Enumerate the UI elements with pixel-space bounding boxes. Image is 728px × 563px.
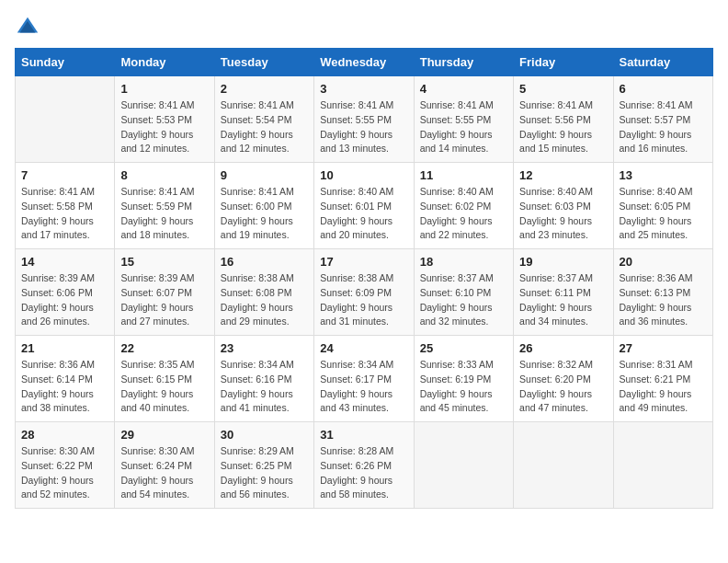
calendar-table: SundayMondayTuesdayWednesdayThursdayFrid… bbox=[15, 48, 713, 509]
calendar-cell bbox=[613, 422, 712, 509]
day-number: 15 bbox=[120, 255, 208, 269]
page-header bbox=[15, 15, 713, 40]
calendar-cell: 20 Sunrise: 8:36 AMSunset: 6:13 PMDaylig… bbox=[613, 249, 712, 336]
calendar-week-2: 7 Sunrise: 8:41 AMSunset: 5:58 PMDayligh… bbox=[16, 163, 713, 249]
day-number: 30 bbox=[221, 428, 308, 442]
weekday-wednesday: Wednesday bbox=[314, 49, 414, 76]
day-info: Sunrise: 8:41 AMSunset: 5:53 PMDaylight:… bbox=[120, 98, 208, 156]
calendar-cell: 7 Sunrise: 8:41 AMSunset: 5:58 PMDayligh… bbox=[16, 163, 115, 249]
day-info: Sunrise: 8:40 AMSunset: 6:02 PMDaylight:… bbox=[420, 185, 507, 243]
calendar-cell bbox=[414, 422, 513, 509]
day-number: 21 bbox=[21, 341, 108, 355]
day-info: Sunrise: 8:41 AMSunset: 5:59 PMDaylight:… bbox=[120, 185, 208, 243]
calendar-cell: 19 Sunrise: 8:37 AMSunset: 6:11 PMDaylig… bbox=[514, 249, 613, 336]
calendar-cell: 24 Sunrise: 8:34 AMSunset: 6:17 PMDaylig… bbox=[314, 336, 414, 422]
day-info: Sunrise: 8:37 AMSunset: 6:11 PMDaylight:… bbox=[519, 271, 607, 329]
day-number: 25 bbox=[420, 341, 507, 355]
calendar-cell: 1 Sunrise: 8:41 AMSunset: 5:53 PMDayligh… bbox=[115, 76, 214, 163]
weekday-saturday: Saturday bbox=[613, 49, 712, 76]
day-info: Sunrise: 8:30 AMSunset: 6:24 PMDaylight:… bbox=[120, 444, 208, 502]
calendar-cell: 4 Sunrise: 8:41 AMSunset: 5:55 PMDayligh… bbox=[414, 76, 513, 163]
day-number: 29 bbox=[120, 428, 208, 442]
day-number: 12 bbox=[519, 168, 607, 182]
day-info: Sunrise: 8:41 AMSunset: 5:55 PMDaylight:… bbox=[320, 98, 407, 156]
calendar-cell: 15 Sunrise: 8:39 AMSunset: 6:07 PMDaylig… bbox=[115, 249, 214, 336]
day-info: Sunrise: 8:36 AMSunset: 6:14 PMDaylight:… bbox=[21, 358, 108, 416]
calendar-cell: 23 Sunrise: 8:34 AMSunset: 6:16 PMDaylig… bbox=[214, 336, 313, 422]
day-info: Sunrise: 8:39 AMSunset: 6:06 PMDaylight:… bbox=[21, 271, 108, 329]
day-number: 14 bbox=[21, 255, 108, 269]
calendar-week-3: 14 Sunrise: 8:39 AMSunset: 6:06 PMDaylig… bbox=[16, 249, 713, 336]
weekday-tuesday: Tuesday bbox=[214, 49, 313, 76]
calendar-week-1: 1 Sunrise: 8:41 AMSunset: 5:53 PMDayligh… bbox=[16, 76, 713, 163]
calendar-cell: 17 Sunrise: 8:38 AMSunset: 6:09 PMDaylig… bbox=[314, 249, 414, 336]
day-number: 23 bbox=[221, 341, 308, 355]
calendar-cell: 3 Sunrise: 8:41 AMSunset: 5:55 PMDayligh… bbox=[314, 76, 414, 163]
day-number: 27 bbox=[620, 341, 707, 355]
day-info: Sunrise: 8:41 AMSunset: 5:58 PMDaylight:… bbox=[21, 185, 108, 243]
day-number: 28 bbox=[21, 428, 108, 442]
calendar-cell: 11 Sunrise: 8:40 AMSunset: 6:02 PMDaylig… bbox=[414, 163, 513, 249]
day-number: 7 bbox=[21, 168, 108, 182]
day-number: 11 bbox=[420, 168, 507, 182]
day-number: 1 bbox=[120, 82, 208, 96]
day-number: 17 bbox=[320, 255, 407, 269]
day-number: 16 bbox=[221, 255, 308, 269]
day-info: Sunrise: 8:36 AMSunset: 6:13 PMDaylight:… bbox=[620, 271, 707, 329]
day-info: Sunrise: 8:41 AMSunset: 5:57 PMDaylight:… bbox=[620, 98, 707, 156]
calendar-cell: 12 Sunrise: 8:40 AMSunset: 6:03 PMDaylig… bbox=[514, 163, 613, 249]
weekday-header-row: SundayMondayTuesdayWednesdayThursdayFrid… bbox=[16, 49, 713, 76]
day-info: Sunrise: 8:33 AMSunset: 6:19 PMDaylight:… bbox=[420, 358, 507, 416]
day-number: 31 bbox=[320, 428, 407, 442]
day-info: Sunrise: 8:41 AMSunset: 5:54 PMDaylight:… bbox=[221, 98, 308, 156]
calendar-cell bbox=[514, 422, 613, 509]
calendar-cell: 5 Sunrise: 8:41 AMSunset: 5:56 PMDayligh… bbox=[514, 76, 613, 163]
logo bbox=[15, 15, 44, 40]
day-number: 9 bbox=[221, 168, 308, 182]
day-number: 26 bbox=[519, 341, 607, 355]
weekday-thursday: Thursday bbox=[414, 49, 513, 76]
calendar-cell: 25 Sunrise: 8:33 AMSunset: 6:19 PMDaylig… bbox=[414, 336, 513, 422]
calendar-cell: 2 Sunrise: 8:41 AMSunset: 5:54 PMDayligh… bbox=[214, 76, 313, 163]
day-number: 24 bbox=[320, 341, 407, 355]
calendar-cell: 31 Sunrise: 8:28 AMSunset: 6:26 PMDaylig… bbox=[314, 422, 414, 509]
weekday-friday: Friday bbox=[514, 49, 613, 76]
day-number: 10 bbox=[320, 168, 407, 182]
day-number: 20 bbox=[620, 255, 707, 269]
day-number: 2 bbox=[221, 82, 308, 96]
day-info: Sunrise: 8:37 AMSunset: 6:10 PMDaylight:… bbox=[420, 271, 507, 329]
day-number: 8 bbox=[120, 168, 208, 182]
day-number: 6 bbox=[620, 82, 707, 96]
weekday-monday: Monday bbox=[115, 49, 214, 76]
day-info: Sunrise: 8:30 AMSunset: 6:22 PMDaylight:… bbox=[21, 444, 108, 502]
day-number: 3 bbox=[320, 82, 407, 96]
calendar-week-5: 28 Sunrise: 8:30 AMSunset: 6:22 PMDaylig… bbox=[16, 422, 713, 509]
calendar-cell: 21 Sunrise: 8:36 AMSunset: 6:14 PMDaylig… bbox=[16, 336, 115, 422]
calendar-cell bbox=[16, 76, 115, 163]
calendar-cell: 16 Sunrise: 8:38 AMSunset: 6:08 PMDaylig… bbox=[214, 249, 313, 336]
day-info: Sunrise: 8:28 AMSunset: 6:26 PMDaylight:… bbox=[320, 444, 407, 502]
day-info: Sunrise: 8:31 AMSunset: 6:21 PMDaylight:… bbox=[620, 358, 707, 416]
day-info: Sunrise: 8:41 AMSunset: 5:56 PMDaylight:… bbox=[519, 98, 607, 156]
day-info: Sunrise: 8:40 AMSunset: 6:01 PMDaylight:… bbox=[320, 185, 407, 243]
day-number: 13 bbox=[620, 168, 707, 182]
calendar-cell: 13 Sunrise: 8:40 AMSunset: 6:05 PMDaylig… bbox=[613, 163, 712, 249]
calendar-cell: 22 Sunrise: 8:35 AMSunset: 6:15 PMDaylig… bbox=[115, 336, 214, 422]
day-number: 22 bbox=[120, 341, 208, 355]
day-info: Sunrise: 8:39 AMSunset: 6:07 PMDaylight:… bbox=[120, 271, 208, 329]
day-info: Sunrise: 8:41 AMSunset: 5:55 PMDaylight:… bbox=[420, 98, 507, 156]
calendar-cell: 18 Sunrise: 8:37 AMSunset: 6:10 PMDaylig… bbox=[414, 249, 513, 336]
calendar-cell: 9 Sunrise: 8:41 AMSunset: 6:00 PMDayligh… bbox=[214, 163, 313, 249]
logo-icon bbox=[15, 15, 40, 40]
calendar-cell: 14 Sunrise: 8:39 AMSunset: 6:06 PMDaylig… bbox=[16, 249, 115, 336]
weekday-sunday: Sunday bbox=[16, 49, 115, 76]
day-info: Sunrise: 8:38 AMSunset: 6:08 PMDaylight:… bbox=[221, 271, 308, 329]
calendar-cell: 26 Sunrise: 8:32 AMSunset: 6:20 PMDaylig… bbox=[514, 336, 613, 422]
day-number: 19 bbox=[519, 255, 607, 269]
calendar-cell: 27 Sunrise: 8:31 AMSunset: 6:21 PMDaylig… bbox=[613, 336, 712, 422]
calendar-cell: 8 Sunrise: 8:41 AMSunset: 5:59 PMDayligh… bbox=[115, 163, 214, 249]
day-number: 18 bbox=[420, 255, 507, 269]
day-info: Sunrise: 8:35 AMSunset: 6:15 PMDaylight:… bbox=[120, 358, 208, 416]
calendar-cell: 29 Sunrise: 8:30 AMSunset: 6:24 PMDaylig… bbox=[115, 422, 214, 509]
calendar-cell: 6 Sunrise: 8:41 AMSunset: 5:57 PMDayligh… bbox=[613, 76, 712, 163]
